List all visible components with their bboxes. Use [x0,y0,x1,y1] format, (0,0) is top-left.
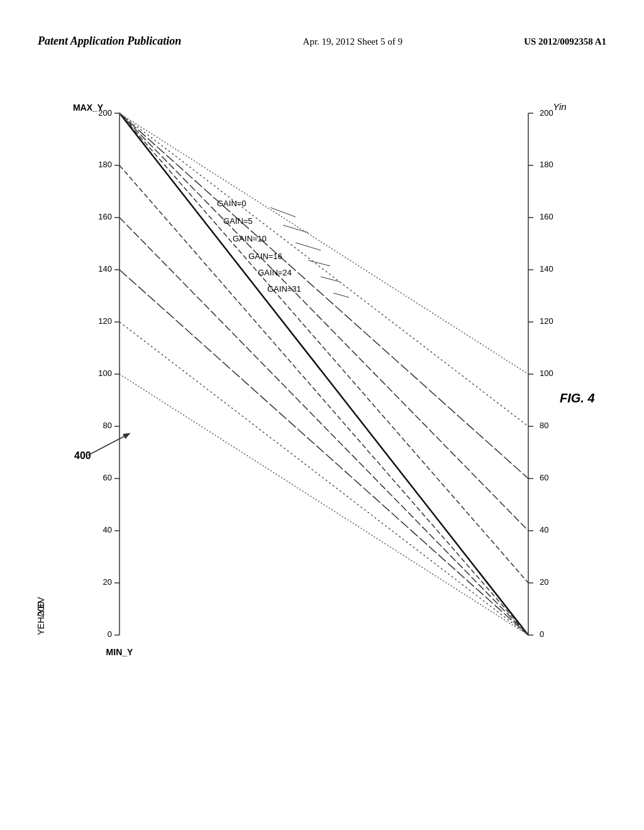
gain-5-upper [119,113,528,583]
gain-0-line [119,113,528,635]
svg-text:GAIN=31: GAIN=31 [267,284,301,294]
svg-line-55 [296,243,321,250]
svg-line-57 [308,260,330,266]
svg-text:140: 140 [98,264,112,274]
fig-label: FIG. 4 [560,391,595,405]
svg-text:20: 20 [103,577,112,587]
gain-10-upper [119,113,528,531]
gain-10-lower [119,218,528,635]
gain-31-upper [119,113,528,374]
svg-text:180: 180 [540,160,553,169]
svg-text:200: 200 [98,108,112,118]
gain-16-upper [119,113,528,479]
svg-text:120: 120 [98,316,112,326]
gain-31-lower [119,374,528,635]
svg-line-51 [270,208,296,217]
svg-text:180: 180 [98,160,112,169]
svg-line-50 [88,434,129,455]
gain-labels: GAIN=0 GAIN=5 GAIN=10 GAIN=16 GAIN=24 GA… [217,199,349,297]
gain-24-upper [119,113,528,426]
svg-text:MIN_Y: MIN_Y [106,647,133,657]
svg-text:40: 40 [540,525,548,534]
svg-text:120: 120 [540,316,553,326]
svg-text:60: 60 [540,473,548,482]
svg-text:GAIN=10: GAIN=10 [233,234,267,243]
svg-text:GAIN=16: GAIN=16 [248,252,282,261]
gain-24-lower [119,322,528,635]
svg-text:40: 40 [103,525,112,534]
svg-text:100: 100 [98,368,112,378]
chart-svg: Yin 200 180 160 140 120 100 80 60 40 20 … [31,94,610,698]
svg-text:0: 0 [540,629,544,639]
svg-text:160: 160 [98,212,112,221]
left-axis: MAX_Y 200 180 160 140 120 100 80 60 40 2… [73,102,133,657]
svg-text:160: 160 [540,212,553,221]
gain-16-lower [119,270,528,635]
page: Patent Application Publication Apr. 19, … [0,0,644,830]
svg-line-53 [283,225,308,233]
publication-label: Patent Application Publication [38,35,181,48]
svg-text:Yin: Yin [553,101,566,112]
gain-5-lower [119,165,528,635]
svg-text:GAIN=24: GAIN=24 [258,268,292,277]
svg-line-61 [333,293,349,297]
date-sheet-label: Apr. 19, 2012 Sheet 5 of 9 [303,36,402,47]
svg-text:80: 80 [540,421,548,430]
svg-text:GAIN=0: GAIN=0 [217,199,247,208]
header: Patent Application Publication Apr. 19, … [0,35,644,48]
svg-text:200: 200 [540,108,553,118]
right-axis: Yin 200 180 160 140 120 100 80 60 40 20 … [528,101,567,639]
label-400: 400 [74,450,91,461]
svg-text:0: 0 [108,629,112,639]
svg-text:GAIN=5: GAIN=5 [223,216,253,226]
svg-text:60: 60 [103,473,112,482]
svg-text:140: 140 [540,264,553,274]
svg-text:200: 200 [36,601,46,616]
svg-text:80: 80 [103,421,112,430]
svg-text:100: 100 [540,368,553,378]
patent-number-label: US 2012/0092358 A1 [524,36,606,47]
svg-text:20: 20 [540,577,548,587]
